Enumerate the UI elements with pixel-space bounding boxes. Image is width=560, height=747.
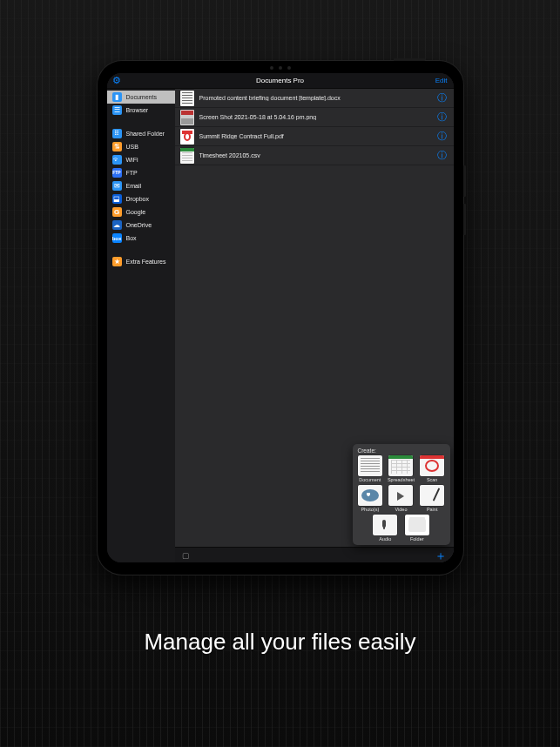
sidebar-item-ftp[interactable]: FTP FTP (107, 166, 175, 179)
create-spreadsheet[interactable]: Spreadsheet (387, 455, 415, 482)
sidebar-item-label: Shared Folder (126, 131, 165, 137)
sidebar-item-label: FTP (126, 170, 138, 176)
sidebar-item-label: Google (126, 209, 146, 215)
file-name: Timesheet 202105.csv (199, 152, 430, 158)
bottom-bar: ▢ ＋ (175, 547, 454, 562)
png-thumb-icon (180, 110, 194, 125)
file-row[interactable]: Timesheet 202105.csv ⓘ (175, 146, 454, 165)
globe-icon: ☰ (112, 105, 122, 115)
onedrive-icon: ☁ (112, 220, 122, 230)
photo-icon (358, 485, 382, 506)
sidebar-item-label: Dropbox (126, 196, 149, 202)
sidebar-item-label: OneDrive (126, 222, 152, 228)
create-video[interactable]: Video (387, 485, 415, 512)
content: ▮ Documents ☰ Browser ⠿ Shared Folder ⇅ … (107, 89, 454, 562)
wifi-icon: ᯤ (112, 155, 122, 165)
info-icon[interactable]: ⓘ (435, 151, 449, 160)
edit-button[interactable]: Edit (435, 77, 448, 84)
sidebar-item-onedrive[interactable]: ☁ OneDrive (107, 219, 175, 232)
create-scan[interactable]: Scan (418, 455, 447, 482)
document-icon (358, 455, 382, 476)
screen: ⚙︎ Documents Pro Edit ▮ Documents ☰ Brow… (107, 73, 454, 562)
sidebar: ▮ Documents ☰ Browser ⠿ Shared Folder ⇅ … (107, 89, 175, 562)
sidebar-item-documents[interactable]: ▮ Documents (107, 91, 175, 104)
page-title: Documents Pro (256, 77, 304, 84)
create-audio[interactable]: Audio (371, 515, 401, 542)
usb-icon: ⇅ (112, 142, 122, 151)
sidebar-item-label: Documents (126, 94, 157, 100)
create-photos[interactable]: Photo(s) (356, 485, 385, 512)
file-name: Screen Shot 2021-05-18 at 5.04.16 pm.png (199, 114, 430, 120)
file-row[interactable]: Screen Shot 2021-05-18 at 5.04.16 pm.png… (175, 108, 454, 127)
sidebar-item-wifi[interactable]: ᯤ WiFi (107, 153, 175, 166)
create-popover: Create: Document Spreadsheet Scan (353, 444, 450, 545)
scan-icon (420, 455, 444, 476)
folder-icon: ▮ (112, 92, 122, 102)
ipad-frame: ⚙︎ Documents Pro Edit ▮ Documents ☰ Brow… (98, 61, 463, 575)
create-paint[interactable]: Paint (418, 485, 447, 512)
volume-up-button (463, 165, 466, 197)
add-button[interactable]: ＋ (435, 549, 447, 562)
sidebar-item-label: Email (126, 183, 142, 189)
camera-strip (270, 66, 291, 70)
volume-down-button (463, 204, 466, 235)
docx-thumb-icon (180, 91, 194, 106)
main-panel: Promoted content briefing document [temp… (175, 89, 454, 562)
file-name: Summit Ridge Contract Full.pdf (199, 133, 430, 139)
email-icon: ✉ (112, 181, 122, 191)
sidebar-item-label: WiFi (126, 157, 138, 163)
ftp-icon: FTP (112, 168, 122, 178)
sidebar-item-label: Extra Features (126, 259, 166, 265)
sidebar-item-extra-features[interactable]: ★ Extra Features (107, 255, 175, 268)
google-icon: G (112, 207, 122, 217)
sidebar-item-browser[interactable]: ☰ Browser (107, 104, 175, 117)
folder-create-icon (405, 515, 429, 535)
create-document[interactable]: Document (356, 455, 385, 482)
info-icon[interactable]: ⓘ (435, 131, 449, 141)
sidebar-item-email[interactable]: ✉ Email (107, 179, 175, 192)
file-name: Promoted content briefing document [temp… (199, 95, 430, 101)
info-icon[interactable]: ⓘ (435, 112, 449, 122)
sidebar-item-shared-folder[interactable]: ⠿ Shared Folder (107, 127, 175, 140)
settings-icon[interactable]: ⚙︎ (112, 75, 121, 86)
top-bar: ⚙︎ Documents Pro Edit (107, 73, 454, 89)
file-row[interactable]: Promoted content briefing document [temp… (175, 89, 454, 108)
csv-thumb-icon (180, 148, 194, 164)
shared-icon: ⠿ (112, 129, 122, 138)
info-icon[interactable]: ⓘ (435, 93, 449, 103)
sidebar-item-label: USB (126, 144, 138, 150)
paint-icon (420, 485, 444, 506)
box-icon: box (112, 233, 122, 243)
video-icon (388, 485, 413, 506)
sidebar-item-usb[interactable]: ⇅ USB (107, 140, 175, 153)
file-row[interactable]: Summit Ridge Contract Full.pdf ⓘ (175, 127, 454, 146)
audio-icon (373, 515, 397, 535)
dropbox-icon: ⬓ (112, 194, 122, 204)
sidebar-item-label: Box (126, 235, 137, 241)
create-grid: Document Spreadsheet Scan Photo(s) (356, 455, 447, 512)
create-folder[interactable]: Folder (402, 515, 432, 542)
sidebar-item-google[interactable]: G Google (107, 205, 175, 219)
spreadsheet-icon (388, 455, 413, 476)
star-icon: ★ (112, 257, 122, 266)
marketing-caption: Manage all your files easily (144, 629, 415, 656)
sidebar-item-dropbox[interactable]: ⬓ Dropbox (107, 192, 175, 205)
create-grid-row2: Audio Folder (371, 515, 432, 542)
sidebar-item-label: Browser (126, 107, 149, 113)
power-button (394, 58, 425, 61)
create-title: Create: (356, 448, 447, 454)
sidebar-item-box[interactable]: box Box (107, 232, 175, 245)
device-icon[interactable]: ▢ (182, 551, 190, 560)
pdf-thumb-icon (180, 129, 194, 145)
